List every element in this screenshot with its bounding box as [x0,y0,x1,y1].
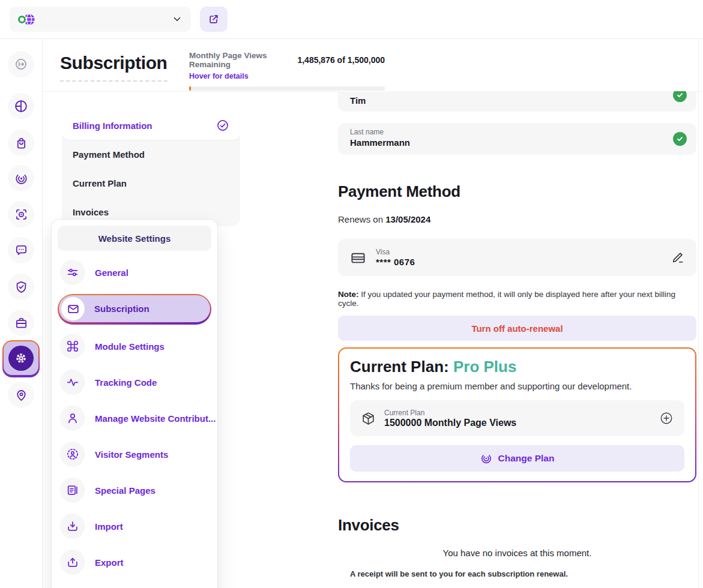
last-name-field[interactable]: Last name Hammermann [338,123,696,155]
change-plan-button[interactable]: Change Plan [350,445,684,472]
sidebar-item-consent[interactable] [8,274,34,300]
usage-value: 1,485,876 of 1,500,000 [297,55,385,65]
settings-menu-label: Special Pages [95,485,155,496]
plan-name: Pro Plus [453,358,516,376]
icon-sidebar [0,39,43,588]
sidebar-item-realtime[interactable] [8,165,34,191]
billing-nav-label: Current Plan [73,178,127,188]
billing-nav-label: Invoices [73,207,109,217]
settings-menu-item-manage-website-contribut[interactable]: Manage Website Contribut... [58,404,211,433]
pages-icon [60,478,85,503]
chevron-down-icon [172,14,183,25]
briefcase-icon [14,316,28,330]
last-name-value: Hammermann [350,137,684,148]
sliders-icon [60,260,85,285]
settings-menu-label: Module Settings [95,341,164,352]
first-name-field[interactable]: Tim [338,91,696,112]
settings-menu-item-import[interactable]: Import [58,512,211,541]
sidebar-item-ecommerce[interactable] [8,130,34,156]
usage-details-link[interactable]: Hover for details [189,72,249,80]
turn-off-auto-renewal-button[interactable]: Turn off auto-renewal [338,316,696,341]
external-link-icon [208,13,220,25]
billing-subnav: Billing InformationPayment MethodCurrent… [62,111,240,226]
usage-progress-bar [189,86,385,91]
sidebar-item-analytics[interactable] [8,93,34,119]
last-name-label: Last name [350,128,684,136]
invoices-note: A receipt will be sent to you for each s… [338,569,696,578]
renews-on-text: Renews on 13/05/2024 [338,214,696,224]
invoices-heading: Invoices [338,516,696,535]
scrollbar-track[interactable] [698,39,699,588]
card-brand: Visa [376,248,662,256]
sidebar-item-business[interactable] [8,310,34,336]
settings-menu-label: Export [95,557,124,568]
settings-menu-item-export[interactable]: Export [58,548,211,577]
payment-note: Note: If you updated your payment method… [338,290,696,308]
usage-progress-fill [189,86,191,91]
pulse-icon [60,370,85,395]
settings-menu-item-subscription[interactable]: Subscription [58,294,211,325]
settings-menu-label: General [95,268,128,278]
collapse-icon [14,58,28,71]
check-circle-icon [216,119,229,132]
sidebar-item-settings[interactable] [2,340,40,377]
settings-menu-item-tracking-code[interactable]: Tracking Code [58,368,211,397]
radar-icon [14,172,28,185]
settings-menu-item-general[interactable]: General [58,258,211,287]
billing-nav-payment-method[interactable]: Payment Method [62,140,240,169]
settings-menu-label: Subscription [94,304,149,314]
sidebar-item-locations[interactable] [8,382,34,408]
website-selector-dropdown[interactable] [10,7,191,32]
current-plan-section: Current Plan: Pro Plus Thanks for being … [339,349,695,481]
plan-card-label: Current Plan [384,409,651,417]
plan-detail-card: Current Plan 1500000 Monthly Page Views [350,400,684,436]
import-icon [60,514,85,539]
settings-menu-item-special-pages[interactable]: Special Pages [58,476,211,505]
topbar [0,0,703,39]
settings-menu-item-visitor-segments[interactable]: Visitor Segments [58,440,211,469]
shield-check-icon [14,280,28,294]
payment-method-heading: Payment Method [338,182,696,201]
radar-icon [480,452,492,464]
plus-circle-icon[interactable] [659,411,674,425]
package-icon [361,411,376,426]
credit-card-icon [350,250,366,266]
settings-menu-label: Visitor Segments [95,449,168,460]
user-icon [60,406,85,431]
sidebar-item-collapse-sidebar[interactable] [8,51,34,77]
website-globe-icon [18,12,36,26]
status-dot-icon [18,16,26,23]
scan-eye-icon [14,208,28,221]
settings-menu-item-module-settings[interactable]: Module Settings [58,332,211,361]
valid-check-icon [673,132,687,146]
current-plan-subtitle: Thanks for being a premium member and su… [350,381,684,391]
payment-card-row: Visa **** 0676 [338,239,696,276]
sidebar-item-feedback[interactable] [8,237,34,263]
usage-label: Monthly Page Views Remaining [189,51,297,69]
website-settings-menu-title: Website Settings [58,226,211,251]
gear-icon [8,346,34,371]
settings-menu-label: Manage Website Contribut... [95,413,216,424]
subscription-form: Tim Last name Hammermann Payment Method … [338,91,696,578]
settings-menu-label: Import [95,521,123,532]
billing-nav-billing-information[interactable]: Billing Information [62,111,240,140]
edit-payment-icon[interactable] [671,251,684,264]
billing-nav-label: Payment Method [73,149,145,160]
current-plan-heading: Current Plan: Pro Plus [350,358,684,376]
command-icon [60,334,85,359]
renews-date: 13/05/2024 [385,214,430,224]
billing-nav-current-plan[interactable]: Current Plan [62,169,240,197]
first-name-value: Tim [350,95,366,106]
settings-menu-label: Tracking Code [95,377,157,388]
invoices-empty-text: You have no invoices at this moment. [338,548,696,558]
sidebar-item-recordings[interactable] [8,201,34,227]
user-scan-icon [60,442,85,467]
chat-icon [14,244,28,257]
export-icon [60,550,85,575]
open-website-button[interactable] [200,7,228,32]
card-number-masked: **** 0676 [376,257,662,267]
pie-icon [14,99,28,113]
envelope-icon [61,297,85,320]
valid-check-icon [673,91,687,102]
usage-widget: Monthly Page Views Remaining Hover for d… [189,51,385,91]
